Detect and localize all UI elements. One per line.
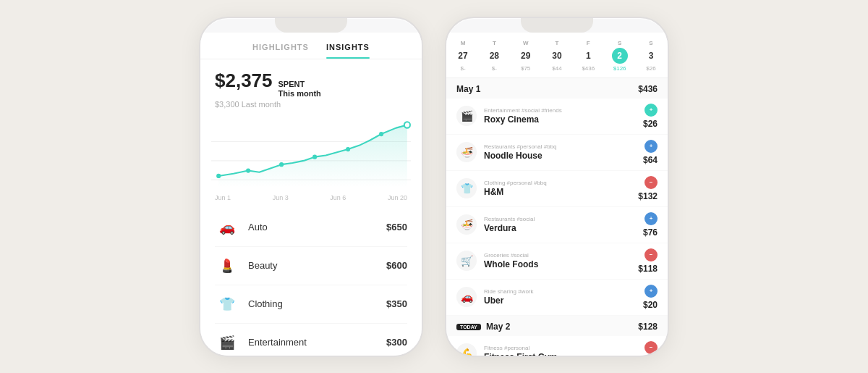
section-total: $436: [638, 84, 658, 94]
week-day-sat[interactable]: S 2 $126: [612, 40, 628, 72]
tx-badge: −: [644, 341, 658, 354]
list-item[interactable]: 🍜 Restaurants #personal #bbq Noodle Hous…: [446, 135, 668, 171]
entertainment-icon: 🎬: [215, 330, 239, 355]
clothing-icon: 👕: [215, 292, 239, 317]
tx-details: Groceries #social Whole Foods: [484, 252, 638, 269]
svg-point-8: [379, 132, 383, 136]
section-date: TODAY May 2: [456, 322, 510, 332]
chart-svg: [211, 119, 411, 191]
week-day-mon[interactable]: M 27 $-: [455, 40, 471, 72]
svg-point-6: [312, 154, 317, 159]
last-month: $3,300 Last month: [215, 100, 407, 109]
cat-name: Entertainment: [248, 337, 386, 348]
tx-icon: 🎬: [456, 106, 477, 126]
phone-transactions: M 27 $- T 28 $- W 29 $75 T 30 $44: [445, 17, 669, 357]
auto-icon: 🚗: [215, 215, 239, 240]
svg-point-4: [246, 168, 250, 172]
insights-content: $2,375 SPENT This month $3,300 Last mont…: [200, 59, 422, 356]
tx-right: + $76: [643, 212, 658, 238]
list-item[interactable]: 🎬 Entertainment $300: [215, 324, 407, 356]
section-total: $128: [638, 322, 658, 332]
tx-name: Uber: [484, 296, 643, 306]
svg-point-3: [216, 174, 221, 178]
amount-main: $2,375 SPENT This month: [215, 70, 407, 99]
list-item[interactable]: 🚗 Ride sharing #work Uber + $20: [446, 280, 668, 316]
chart-label-3: Jun 6: [330, 194, 346, 201]
tx-badge: −: [644, 248, 658, 261]
amount-label: SPENT This month: [278, 80, 321, 99]
phone-notch: [275, 18, 347, 33]
cat-amount: $350: [386, 298, 407, 309]
list-item[interactable]: 👕 Clothing #personal #bbq H&M − $132: [446, 171, 668, 207]
tx-details: Ride sharing #work Uber: [484, 288, 643, 306]
tx-amount: $64: [643, 155, 658, 165]
tx-right: + $26: [643, 104, 658, 129]
tx-details: Restaurants #social Verdura: [484, 216, 643, 233]
main-amount: $2,375: [215, 70, 273, 92]
section-date: May 1: [456, 84, 480, 94]
week-day-thu[interactable]: T 30 $44: [549, 40, 565, 72]
period-label: This month: [278, 89, 321, 99]
tx-right: − $80: [643, 341, 658, 356]
tx-icon: 🚗: [456, 287, 477, 307]
chart-label-1: Jun 1: [215, 194, 231, 201]
tx-amount: $118: [638, 264, 658, 274]
category-list: 🚗 Auto $650 💄 Beauty $600 👕 Clothing $35…: [215, 209, 407, 356]
today-badge: TODAY: [456, 324, 481, 330]
section-header-may2: TODAY May 2 $128: [446, 316, 668, 336]
list-item[interactable]: 💪 Fitness #personal Fitness First Gym − …: [446, 336, 668, 356]
beauty-icon: 💄: [215, 253, 239, 278]
cat-name: Clothing: [248, 298, 386, 309]
amount-block: $2,375 SPENT This month $3,300 Last mont…: [215, 70, 407, 109]
cat-amount: $300: [386, 337, 407, 348]
list-item[interactable]: 🚗 Auto $650: [215, 209, 407, 247]
tx-right: + $64: [643, 140, 658, 165]
week-day-tue[interactable]: T 28 $-: [486, 40, 502, 72]
tx-name: H&M: [484, 187, 638, 197]
section-header-may1: May 1 $436: [446, 78, 668, 99]
tx-name: Noodle House: [484, 151, 643, 161]
svg-point-7: [346, 147, 350, 151]
week-day-wed[interactable]: W 29 $75: [518, 40, 534, 72]
tx-amount: $20: [643, 300, 658, 310]
tx-details: Clothing #personal #bbq H&M: [484, 180, 638, 197]
chart-labels: Jun 1 Jun 3 Jun 6 Jun 20: [215, 194, 407, 201]
tx-icon: 🍜: [456, 214, 477, 235]
svg-point-5: [279, 162, 284, 167]
tx-name: Whole Foods: [484, 259, 638, 269]
tx-icon: 👕: [456, 178, 477, 198]
tx-badge: +: [644, 285, 658, 298]
cat-amount: $600: [386, 260, 407, 271]
list-item[interactable]: 💄 Beauty $600: [215, 247, 407, 285]
tx-details: Entertainment #social #friends Roxy Cine…: [484, 107, 643, 125]
phone-notch: [521, 18, 593, 33]
tx-icon: 🛒: [456, 251, 477, 271]
tab-insights[interactable]: INSIGHTS: [326, 43, 370, 59]
cat-amount: $650: [386, 222, 407, 232]
list-item[interactable]: 🍜 Restaurants #social Verdura + $76: [446, 207, 668, 243]
tab-bar: HIGHLIGHTS INSIGHTS: [200, 33, 422, 59]
tx-badge: +: [644, 212, 658, 225]
week-day-fri[interactable]: F 1 $436: [580, 40, 596, 72]
chart-area: [211, 119, 411, 191]
tx-amount: $26: [643, 119, 658, 129]
phones-container: HIGHLIGHTS INSIGHTS $2,375 SPENT This mo…: [199, 17, 669, 357]
tx-right: + $20: [643, 285, 658, 310]
tx-right: − $118: [638, 248, 658, 274]
phone-screen: HIGHLIGHTS INSIGHTS $2,375 SPENT This mo…: [200, 33, 422, 356]
tx-badge: +: [644, 140, 658, 153]
list-item[interactable]: 🎬 Entertainment #social #friends Roxy Ci…: [446, 99, 668, 135]
cat-name: Auto: [248, 222, 386, 232]
tx-details: Fitness #personal Fitness First Gym: [484, 345, 643, 356]
list-item[interactable]: 🛒 Groceries #social Whole Foods − $118: [446, 243, 668, 280]
tx-details: Restaurants #personal #bbq Noodle House: [484, 143, 643, 161]
chart-label-4: Jun 20: [388, 194, 407, 201]
tx-icon: 🍜: [456, 142, 477, 162]
list-item[interactable]: 👕 Clothing $350: [215, 285, 407, 324]
week-day-sun[interactable]: S 3 $26: [643, 40, 659, 72]
tx-name: Fitness First Gym: [484, 352, 643, 356]
spent-label: SPENT: [278, 80, 321, 89]
tab-highlights[interactable]: HIGHLIGHTS: [252, 43, 309, 59]
tx-name: Roxy Cinema: [484, 114, 643, 125]
cat-name: Beauty: [248, 260, 386, 271]
